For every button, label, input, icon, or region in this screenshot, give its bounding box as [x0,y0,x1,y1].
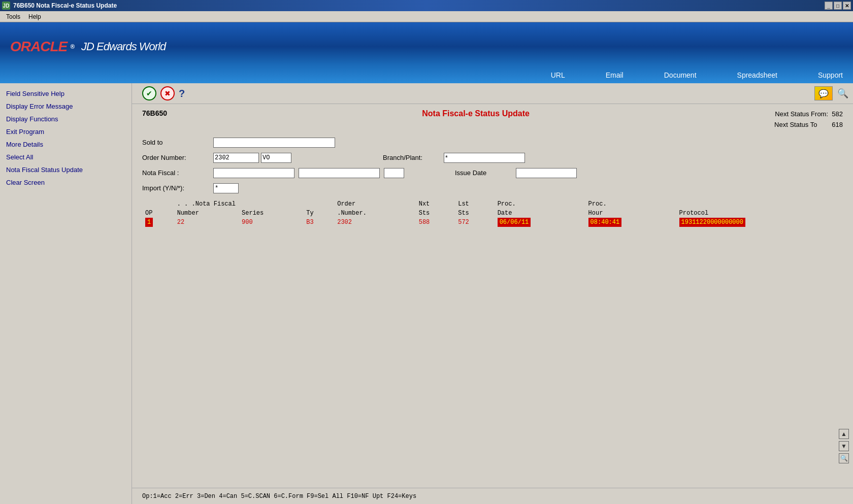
nota-fiscal-label: Nota Fiscal : [142,169,213,177]
status-bar: Op:1=Acc 2=Err 3=Den 4=Can 5=C.SCAN 6=C.… [132,488,853,504]
toolbar-right-icons: 💬 🔍 [814,86,849,100]
import-row: Import (Y/N/*): [142,182,843,194]
th-nxt-sts-sub: Sts [416,209,455,218]
next-status-to-label: Next Status To [774,121,817,128]
window-controls[interactable]: _ □ ✕ [825,2,851,10]
cell-protocol: 19311220000000000 [676,218,843,227]
scroll-buttons: ▲ ▼ 🔍 [839,429,849,463]
search-button[interactable]: 🔍 [837,87,849,99]
scroll-up-button[interactable]: ▲ [839,429,849,439]
form-title: Nota Fiscal-e Status Update [177,109,774,118]
table-row[interactable]: 1 22 900 B3 2302 588 572 06/06/11 08:40:… [142,218,843,227]
issue-date-label: Issue Date [455,169,516,177]
cell-lst-sts: 572 [455,218,494,227]
form-fields: Sold to Order Number: Branch/Plant: Nota… [142,137,843,194]
nota-fiscal-input3[interactable] [384,168,404,178]
nota-fiscal-row: Nota Fiscal : Issue Date [142,167,843,179]
nav-url[interactable]: URL [551,71,565,79]
nav-spreadsheet[interactable]: Spreadsheet [737,71,777,79]
window-title: 76B650 Nota Fiscal-e Status Update [13,2,117,9]
nav-email[interactable]: Email [606,71,624,79]
th-op [142,199,174,209]
th-number-sub: Number [174,209,239,218]
oracle-logo: ORACLE® JD Edwards World [10,39,166,55]
nav-document[interactable]: Document [664,71,697,79]
menu-tools[interactable]: Tools [2,12,24,21]
sidebar-display-functions[interactable]: Display Functions [0,113,132,125]
cell-op: 1 [142,218,174,227]
sidebar-select-all[interactable]: Select All [0,151,132,163]
next-status-to-value: 618 [832,121,843,128]
status-text: Op:1=Acc 2=Err 3=Den 4=Can 5=C.SCAN 6=C.… [142,493,416,500]
cell-nxt-sts: 588 [416,218,455,227]
cancel-button[interactable]: ✖ [160,86,175,100]
cell-proc-hour: 08:40:41 [585,218,676,227]
cell-number: 22 [174,218,239,227]
cell-proc-date: 06/06/11 [495,218,585,227]
next-status-from-label: Next Status From: [775,110,828,118]
order-number-type-input[interactable] [261,153,291,163]
th-order: Order [334,199,415,209]
help-button[interactable]: ? [179,88,185,99]
close-button[interactable]: ✕ [843,2,851,10]
next-status-from-value: 582 [832,110,843,118]
jde-title: JD Edwards World [81,40,166,53]
form-area: 76B650 Nota Fiscal-e Status Update Next … [132,104,853,232]
title-bar: JD 76B650 Nota Fiscal-e Status Update _ … [0,0,853,11]
menu-help[interactable]: Help [24,12,45,21]
protocol-cell: 19311220000000000 [679,218,745,227]
table-header-row1: . . .Nota Fiscal Order Nxt Lst Proc. Pro… [142,199,843,209]
import-input[interactable] [213,183,239,193]
branch-plant-input[interactable] [444,153,525,163]
proc-hour-cell: 08:40:41 [588,218,622,227]
maximize-button[interactable]: □ [834,2,842,10]
order-number-label: Order Number: [142,154,213,161]
sidebar-nota-fiscal-status-update[interactable]: Nota Fiscal Status Update [0,163,132,176]
th-protocol-header [676,199,843,209]
sold-to-row: Sold to [142,137,843,149]
th-proc-date-header: Proc. [495,199,585,209]
th-series-sub: Series [239,209,303,218]
th-lst: Lst [455,199,494,209]
app-icon: JD [2,2,10,10]
program-id: 76B650 [142,109,167,117]
cell-ty: B3 [303,218,334,227]
minimize-button[interactable]: _ [825,2,833,10]
issue-date-input[interactable] [516,168,577,178]
sidebar-clear-screen[interactable]: Clear Screen [0,176,132,189]
nav-links: URL Email Document Spreadsheet Support [0,71,853,83]
nav-support[interactable]: Support [818,71,843,79]
th-order-number-sub: .Number. [334,209,415,218]
sidebar-field-sensitive-help[interactable]: Field Sensitive Help [0,87,132,100]
th-ty-sub: Ty [303,209,334,218]
th-nota-fiscal-group: . . .Nota Fiscal [174,199,335,209]
main-container: Field Sensitive Help Display Error Messa… [0,83,853,504]
status-info: Next Status From: 582 Next Status To 618 [774,109,843,130]
th-proc-date-sub: Date [495,209,585,218]
order-number-row: Order Number: Branch/Plant: [142,152,843,164]
sidebar: Field Sensitive Help Display Error Messa… [0,83,132,504]
toolbar: ✔ ✖ ? 💬 🔍 [132,83,853,104]
content-area: ✔ ✖ ? 💬 🔍 76B650 Nota Fiscal-e Status Up… [132,83,853,504]
sold-to-label: Sold to [142,139,213,146]
scroll-down-button[interactable]: ▼ [839,441,849,451]
sidebar-exit-program[interactable]: Exit Program [0,125,132,138]
ok-button[interactable]: ✔ [142,86,156,100]
chat-icon[interactable]: 💬 [814,86,833,100]
table-header-row2: OP Number Series Ty .Number. Sts Sts Dat… [142,209,843,218]
sidebar-more-details[interactable]: More Details [0,138,132,151]
branch-plant-label: Branch/Plant: [383,154,444,161]
op-cell: 1 [145,218,153,227]
th-proc-hour-header: Proc. [585,199,676,209]
data-table: . . .Nota Fiscal Order Nxt Lst Proc. Pro… [142,199,843,227]
th-protocol-sub: Protocol [676,209,843,218]
sold-to-input[interactable] [213,138,335,148]
th-nxt: Nxt [416,199,455,209]
sidebar-display-error-message[interactable]: Display Error Message [0,100,132,113]
th-lst-sts-sub: Sts [455,209,494,218]
nota-fiscal-input1[interactable] [213,168,294,178]
cell-series: 900 [239,218,303,227]
order-number-input[interactable] [213,153,259,163]
zoom-button[interactable]: 🔍 [839,453,849,463]
nota-fiscal-input2[interactable] [299,168,380,178]
